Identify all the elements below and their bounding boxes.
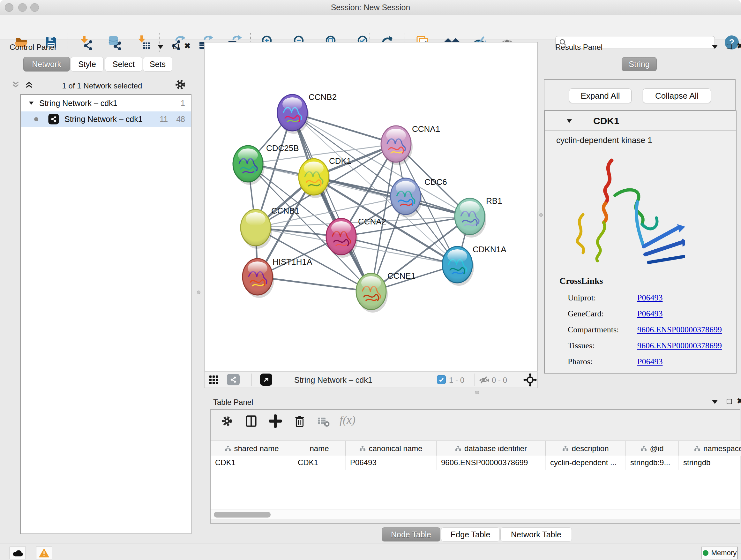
table-cell[interactable]: stringdb: [679, 455, 741, 470]
results-panel-close-icon[interactable]: ✖: [737, 43, 741, 49]
protein-collapse-icon[interactable]: [567, 119, 572, 123]
column-header-namespace[interactable]: namespace: [679, 441, 741, 456]
protein-card-header[interactable]: CDK1: [545, 111, 736, 131]
table-empty-area: [211, 470, 740, 509]
bottom-splitter-handle[interactable]: [475, 391, 479, 394]
results-panel-float-icon[interactable]: [727, 44, 732, 49]
grid-view-icon[interactable]: [209, 375, 219, 386]
table-cell[interactable]: stringdb:9...: [626, 455, 679, 470]
crosslink-link[interactable]: P06493: [637, 309, 663, 319]
table-panel-close-icon[interactable]: ✖: [737, 398, 741, 404]
expand-all-button[interactable]: Expand All: [569, 88, 631, 103]
node-CDKN1A[interactable]: CDKN1A: [442, 245, 507, 286]
results-panel-collapse-icon[interactable]: [712, 45, 718, 49]
tab-label: String: [629, 60, 650, 69]
separator: [285, 374, 285, 386]
node-count: 11: [159, 115, 168, 124]
crosslink-link[interactable]: 9606.ENSP00000378699: [637, 325, 722, 334]
table-cell[interactable]: CDK1: [293, 455, 346, 470]
control-panel-float-icon[interactable]: [173, 44, 179, 49]
import-table-from-file-icon[interactable]: [135, 34, 152, 51]
network-collection-row[interactable]: String Network – cdk1 1: [21, 95, 191, 111]
warning-icon: [39, 549, 49, 557]
column-header-canonical-name[interactable]: canonical name: [346, 441, 436, 456]
collection-expand-icon[interactable]: [29, 102, 33, 105]
tab-sets[interactable]: Sets: [143, 57, 172, 71]
table-cell[interactable]: CDK1: [211, 455, 293, 470]
tab-select[interactable]: Select: [105, 57, 142, 71]
collapse-all-networks-icon[interactable]: [11, 80, 20, 90]
title-bar[interactable]: Session: New Session: [0, 0, 741, 15]
selected-checkbox-icon[interactable]: [437, 375, 446, 384]
crosslink-row: Tissues:9606.ENSP00000378699: [568, 338, 727, 354]
node-CDC6[interactable]: CDC6: [391, 177, 447, 217]
import-network-from-database-icon[interactable]: [107, 34, 123, 51]
left-splitter-handle[interactable]: [197, 291, 200, 294]
table-cell[interactable]: cyclin-dependent ...: [546, 455, 626, 470]
import-network-from-file-icon[interactable]: [78, 34, 94, 51]
table-row[interactable]: CDK1CDK1P064939606.ENSP00000378699cyclin…: [211, 455, 740, 470]
application-window: Session: New Session: [0, 0, 741, 560]
column-header-name[interactable]: name: [293, 441, 346, 456]
edge-HIST1H1A-CCNE1[interactable]: [258, 277, 371, 292]
crosslink-link[interactable]: P06493: [637, 293, 663, 303]
table-panel-float-icon[interactable]: [727, 399, 732, 404]
memory-button[interactable]: Memory: [701, 547, 738, 559]
column-header-description[interactable]: description: [546, 441, 626, 456]
warning-status-button[interactable]: [36, 547, 52, 559]
protein-name: CDK1: [593, 116, 619, 126]
hidden-eye-icon[interactable]: [479, 375, 490, 386]
table-cell[interactable]: 9606.ENSP00000378699: [436, 455, 546, 470]
network-share-icon[interactable]: [227, 374, 240, 385]
node-label: RB1: [486, 196, 502, 206]
table-cell[interactable]: P06493: [346, 455, 436, 470]
tab-edge-table[interactable]: Edge Table: [441, 527, 500, 542]
crosslink-link[interactable]: 9606.ENSP00000378699: [637, 341, 722, 351]
cloud-status-button[interactable]: [10, 547, 26, 559]
tab-network[interactable]: Network: [23, 57, 70, 71]
edge-CCNA2-CDKN1A[interactable]: [341, 237, 457, 265]
network-panel-gear-icon[interactable]: [174, 78, 186, 92]
column-header-database-identifier[interactable]: database identifier: [436, 441, 546, 456]
node-CCNB1[interactable]: CCNB1: [241, 206, 299, 249]
shared-column-icon: [694, 445, 700, 452]
cloud-icon: [12, 549, 23, 557]
memory-label: Memory: [711, 549, 737, 557]
column-header-shared-name[interactable]: shared name: [211, 441, 293, 456]
hscrollbar-thumb[interactable]: [214, 512, 271, 517]
birds-eye-view-icon[interactable]: [523, 373, 537, 388]
node-RB1[interactable]: RB1: [455, 196, 502, 238]
string-network-icon: [48, 114, 59, 124]
node-CCNE1[interactable]: CCNE1: [356, 271, 415, 313]
tab-network-table[interactable]: Network Table: [500, 527, 572, 542]
network-row-selected[interactable]: String Network – cdk1 11 48: [21, 111, 191, 127]
table-rows: CDK1CDK1P064939606.ENSP00000378699cyclin…: [211, 455, 740, 470]
control-panel-collapse-icon[interactable]: [158, 45, 163, 49]
node-CDK1[interactable]: CDK1: [299, 156, 351, 198]
tab-node-table[interactable]: Node Table: [382, 527, 441, 542]
column-header--id[interactable]: @id: [626, 441, 679, 456]
expand-all-networks-icon[interactable]: [25, 80, 33, 90]
open-in-new-view-icon[interactable]: [260, 374, 272, 386]
collapse-all-button[interactable]: Collapse All: [643, 88, 711, 103]
table-panel-collapse-icon[interactable]: [712, 400, 718, 404]
table-gear-icon[interactable]: [220, 415, 233, 429]
control-panel-close-icon[interactable]: ✖: [184, 43, 191, 49]
network-graph[interactable]: CCNB2CCNA1CDC25BCDK1CDC6RB1CCNB1CCNA2CDK…: [205, 43, 538, 372]
table-delete-icon[interactable]: [293, 415, 307, 429]
right-splitter-handle[interactable]: [539, 213, 543, 217]
protein-description: cyclin-dependent kinase 1: [556, 135, 652, 145]
tab-style[interactable]: Style: [71, 57, 104, 71]
table-columns-icon[interactable]: [245, 415, 258, 429]
network-canvas[interactable]: CCNB2CCNA1CDC25BCDK1CDC6RB1CCNB1CCNA2CDK…: [204, 42, 538, 371]
table-add-column-icon[interactable]: [269, 415, 282, 429]
crosslink-link[interactable]: P06493: [637, 357, 663, 367]
node-CCNA2[interactable]: CCNA2: [326, 217, 386, 258]
node-HIST1H1A[interactable]: HIST1H1A: [243, 257, 313, 298]
crosslink-label: Uniprot:: [568, 293, 637, 303]
node-CCNB2[interactable]: CCNB2: [277, 92, 337, 134]
tab-string[interactable]: String: [622, 57, 657, 71]
node-CDC25B[interactable]: CDC25B: [233, 143, 299, 185]
table-hscrollbar[interactable]: [211, 509, 740, 519]
button-label: Expand All: [581, 91, 620, 101]
